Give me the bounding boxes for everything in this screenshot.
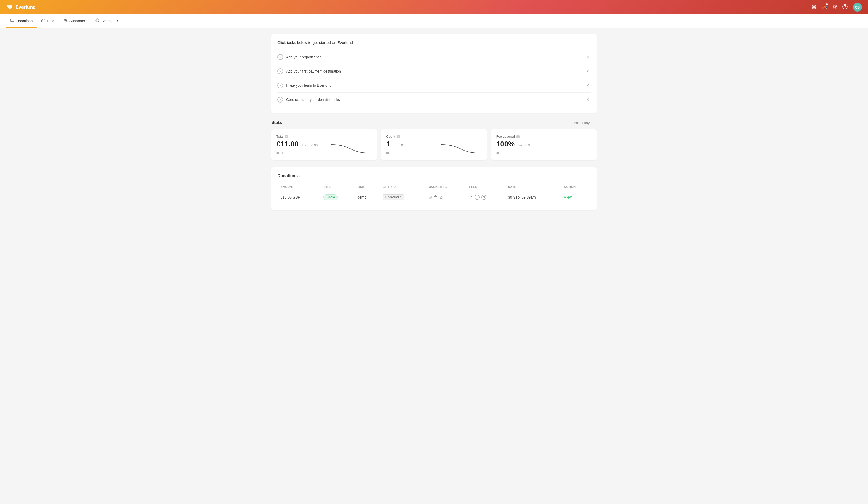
stat-count-from: from 0 bbox=[393, 143, 403, 147]
stat-fee-repeat: 0 bbox=[501, 151, 503, 155]
stat-count-label: Count i bbox=[386, 135, 482, 138]
logo-icon bbox=[6, 3, 13, 11]
supporters-nav-icon bbox=[63, 18, 68, 23]
count-info-icon[interactable]: i bbox=[396, 135, 400, 138]
notification-icon[interactable]: 📣 bbox=[822, 4, 827, 10]
svg-point-5 bbox=[65, 19, 67, 21]
nav-settings-label: Settings bbox=[101, 19, 114, 23]
donations-table: AMOUNT TYPE LINK GIFT AID MARKETING FEES… bbox=[278, 183, 590, 204]
stat-count-value: 1 bbox=[386, 140, 390, 148]
svg-point-0 bbox=[843, 4, 847, 9]
settings-nav-icon bbox=[95, 18, 100, 23]
svg-point-6 bbox=[97, 20, 98, 21]
cell-fees: ✓ $ bbox=[466, 191, 505, 204]
brand-logo[interactable]: Everfund bbox=[6, 3, 36, 11]
nav-bar: Donations Links Supporters bbox=[0, 14, 868, 28]
stat-total-from: from £0.00 bbox=[302, 143, 318, 147]
chevron-down-icon: ▾ bbox=[117, 19, 118, 22]
col-gift-aid: GIFT AID bbox=[380, 183, 425, 191]
brand-name: Everfund bbox=[16, 5, 36, 10]
donations-nav-icon bbox=[10, 18, 14, 23]
cell-action[interactable]: View bbox=[561, 191, 590, 204]
stat-card-total: Total i £11.00 from £0.00 ⇄ 0 bbox=[271, 129, 377, 160]
type-badge: Single bbox=[323, 195, 338, 200]
nav-settings[interactable]: Settings ▾ bbox=[91, 14, 123, 28]
stats-title: Stats bbox=[271, 120, 282, 125]
donations-section-header[interactable]: Donations › bbox=[278, 174, 590, 178]
stat-total-repeat: 0 bbox=[281, 151, 282, 155]
cell-date: 30 Sep, 09:39am bbox=[505, 191, 561, 204]
table-header-row: AMOUNT TYPE LINK GIFT AID MARKETING FEES… bbox=[278, 183, 590, 191]
stat-fee-from: from 0% bbox=[518, 143, 530, 147]
stat-total-label: Total i bbox=[276, 135, 372, 138]
donations-section-title: Donations bbox=[278, 174, 298, 178]
repeat-icon: ⇄ bbox=[496, 151, 499, 155]
stat-total-value: £11.00 bbox=[276, 140, 299, 148]
task-close-button[interactable]: ✕ bbox=[585, 96, 590, 103]
app-header: Everfund ⌘ 📣 🗺 CB bbox=[0, 0, 868, 14]
gift-aid-badge: Undeclared bbox=[383, 195, 404, 200]
task-invite-team[interactable]: ✕ Invite your team to Everfund ✕ bbox=[278, 78, 590, 92]
command-icon[interactable]: ⌘ bbox=[812, 4, 816, 10]
cell-type: Single bbox=[320, 191, 354, 204]
stat-card-count: Count i 1 from 0 ⇄ 0 bbox=[381, 129, 487, 160]
task-close-button[interactable]: ✕ bbox=[585, 54, 590, 61]
nav-donations-label: Donations bbox=[16, 19, 32, 23]
fee-mini-chart bbox=[551, 142, 592, 156]
col-link: LINK bbox=[354, 183, 380, 191]
total-info-icon[interactable]: i bbox=[285, 135, 288, 138]
task-close-button[interactable]: ✕ bbox=[585, 68, 590, 75]
map-icon[interactable]: 🗺 bbox=[832, 5, 837, 10]
header-actions: ⌘ 📣 🗺 CB bbox=[812, 3, 862, 12]
period-menu-icon: ⋮ bbox=[593, 121, 597, 125]
stat-fee-value: 100% bbox=[496, 140, 515, 148]
task-label: Add your organisation bbox=[286, 55, 582, 59]
stat-fee-label: Fee covered i bbox=[496, 135, 592, 138]
fee-info-icon[interactable]: i bbox=[516, 135, 520, 138]
main-content: Click tasks below to get started on Ever… bbox=[266, 28, 602, 216]
svg-rect-2 bbox=[11, 19, 14, 22]
stats-header: Stats Past 7 days ⋮ bbox=[271, 120, 597, 125]
task-close-button[interactable]: ✕ bbox=[585, 82, 590, 89]
nav-supporters-label: Supporters bbox=[70, 19, 87, 23]
svg-point-4 bbox=[64, 19, 65, 21]
task-label: Contact us for your donation links bbox=[286, 98, 582, 102]
fee-icons-group: ✓ $ bbox=[469, 195, 502, 200]
col-type: TYPE bbox=[320, 183, 354, 191]
sms-marketing-icon: 🗑 bbox=[434, 195, 438, 200]
count-mini-chart bbox=[442, 142, 483, 156]
nav-donations[interactable]: Donations bbox=[6, 14, 37, 28]
task-label: Invite your team to Everfund bbox=[286, 83, 582, 87]
stats-cards: Total i £11.00 from £0.00 ⇄ 0 Count i bbox=[271, 129, 597, 160]
cell-amount: £10.00 GBP bbox=[278, 191, 320, 204]
nav-links-label: Links bbox=[47, 19, 55, 23]
stats-period-selector[interactable]: Past 7 days ⋮ bbox=[574, 121, 597, 125]
table-row: £10.00 GBP Single demo Undeclared ✉ 🗑 ⌂ bbox=[278, 191, 590, 204]
repeat-icon: ⇄ bbox=[276, 151, 280, 155]
nav-links[interactable]: Links bbox=[37, 14, 59, 28]
donations-section: Donations › AMOUNT TYPE LINK GIFT AID MA… bbox=[271, 167, 597, 210]
nav-supporters[interactable]: Supporters bbox=[59, 14, 91, 28]
repeat-icon: ⇄ bbox=[386, 151, 389, 155]
col-fees: FEES bbox=[466, 183, 505, 191]
task-add-organisation[interactable]: ✕ Add your organisation ✕ bbox=[278, 50, 590, 64]
view-link[interactable]: View bbox=[564, 195, 572, 199]
marketing-icons-group: ✉ 🗑 ⌂ bbox=[428, 195, 463, 200]
tasks-card: Click tasks below to get started on Ever… bbox=[271, 34, 597, 113]
task-status-icon: ✕ bbox=[278, 83, 283, 88]
task-add-payment[interactable]: ✕ Add your first payment destination ✕ bbox=[278, 64, 590, 78]
task-status-icon: ✕ bbox=[278, 97, 283, 103]
col-amount: AMOUNT bbox=[278, 183, 320, 191]
fee-circle-icon bbox=[475, 195, 480, 200]
task-contact-us[interactable]: ✕ Contact us for your donation links ✕ bbox=[278, 92, 590, 107]
svg-point-1 bbox=[845, 8, 845, 8]
user-avatar[interactable]: CB bbox=[853, 3, 862, 12]
email-marketing-icon: ✉ bbox=[428, 195, 432, 200]
task-status-icon: ✕ bbox=[278, 54, 283, 60]
cell-marketing: ✉ 🗑 ⌂ bbox=[425, 191, 466, 204]
task-status-icon: ✕ bbox=[278, 69, 283, 74]
col-action: ACTION bbox=[561, 183, 590, 191]
fee-dollar-icon: $ bbox=[481, 195, 486, 200]
col-date: DATE bbox=[505, 183, 561, 191]
help-icon[interactable] bbox=[842, 4, 848, 11]
